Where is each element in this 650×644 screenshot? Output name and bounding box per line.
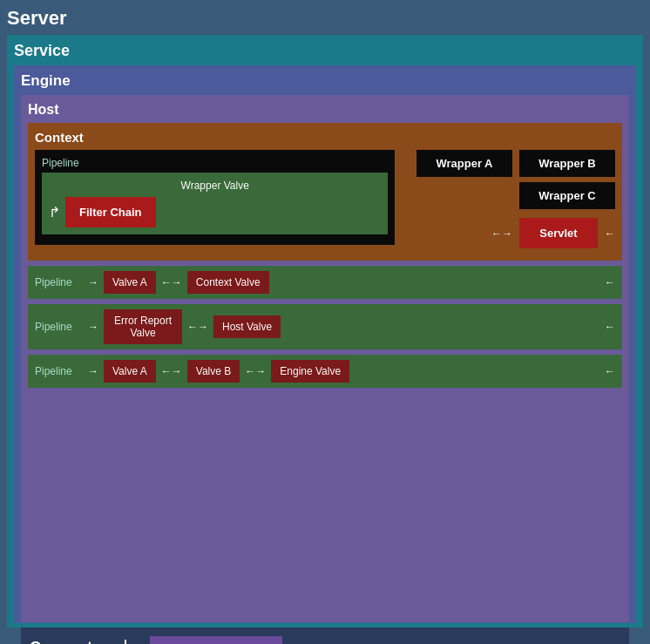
valve-b-3: Valve B xyxy=(187,360,240,383)
wrapper-valve-inner-row: ↱ Filter Chain xyxy=(49,197,381,227)
arrow-right-3-icon: → xyxy=(88,365,98,377)
arrow-both-3a-icon: ←→ xyxy=(161,365,182,377)
pipeline-row-2: Pipeline → Error ReportValve ←→ Host Val… xyxy=(28,304,622,349)
pipeline-label-2: Pipeline xyxy=(35,321,83,333)
bracket-arrow-icon: ↱ xyxy=(49,204,60,220)
arrow-left-3-icon: ← xyxy=(605,365,615,377)
host-valve: Host Valve xyxy=(213,315,281,338)
pipeline-label-1: Pipeline xyxy=(35,276,83,288)
arrow-both-2-icon: ←→ xyxy=(187,321,208,333)
wrapper-b-box: Wrapper B xyxy=(519,150,615,177)
host-title: Host xyxy=(28,102,622,118)
service-box: Service Engine Host Context Pipeline Wra… xyxy=(7,35,643,627)
error-report-valve: Error ReportValve xyxy=(104,309,182,344)
arrow-left-2-icon: ← xyxy=(605,321,615,333)
valve-a-1: Valve A xyxy=(104,271,156,294)
arrow-both-1-icon: ←→ xyxy=(161,276,182,288)
servlet-box: Servlet xyxy=(519,218,598,248)
arrow-left-1-icon: ← xyxy=(605,276,615,288)
request-response-box: Request、Response xyxy=(150,636,282,644)
engine-title: Engine xyxy=(21,72,629,90)
engine-box: Engine Host Context Pipeline Wrapper Val… xyxy=(14,65,636,623)
pipeline-label-3: Pipeline xyxy=(35,365,83,377)
valve-a-3: Valve A xyxy=(104,360,156,383)
context-valve-1: Context Valve xyxy=(187,271,269,294)
context-black-inner: Pipeline Wrapper Valve ↱ Filter Chain xyxy=(35,150,395,245)
filter-chain-box: Filter Chain xyxy=(65,197,156,227)
connector-area: Connector Request、Response Protocol Hand… xyxy=(21,627,629,644)
wrapper-a-box: Wrapper A xyxy=(416,150,512,177)
wrapper-valve-box: Wrapper Valve ↱ Filter Chain xyxy=(42,173,388,234)
wrapper-valve-label: Wrapper Valve xyxy=(49,180,381,192)
wrapper-c-box: Wrapper C xyxy=(519,182,615,209)
arrow-right-2-icon: → xyxy=(88,321,98,333)
context-top-row: Pipeline Wrapper Valve ↱ Filter Chain xyxy=(35,150,615,248)
pipeline-label-inner: Pipeline xyxy=(42,157,388,169)
host-box: Host Context Pipeline Wrapper Valve ↱ xyxy=(21,95,629,622)
server-title: Server xyxy=(7,7,643,30)
arrow-end-icon: ← xyxy=(605,227,615,240)
pipeline-row-1: Pipeline → Valve A ←→ Context Valve ← xyxy=(28,266,622,299)
engine-valve-3: Engine Valve xyxy=(271,360,349,383)
arrow-right-1-icon: → xyxy=(88,276,98,288)
arrow-both-3b-icon: ←→ xyxy=(245,365,266,377)
filter-servlet-arrow-icon: ←→ xyxy=(491,227,512,240)
connector-title: Connector xyxy=(30,639,108,645)
context-right: Wrapper A Wrapper B Wrapper C xyxy=(402,150,615,248)
service-title: Service xyxy=(14,42,636,60)
context-area: Context Pipeline Wrapper Valve ↱ Filter … xyxy=(28,123,622,261)
context-title: Context xyxy=(35,130,615,145)
pipeline-row-3: Pipeline → Valve A ←→ Valve B ←→ Engine … xyxy=(28,355,622,388)
server-box: Server Service Engine Host Context Pipel… xyxy=(0,0,650,644)
